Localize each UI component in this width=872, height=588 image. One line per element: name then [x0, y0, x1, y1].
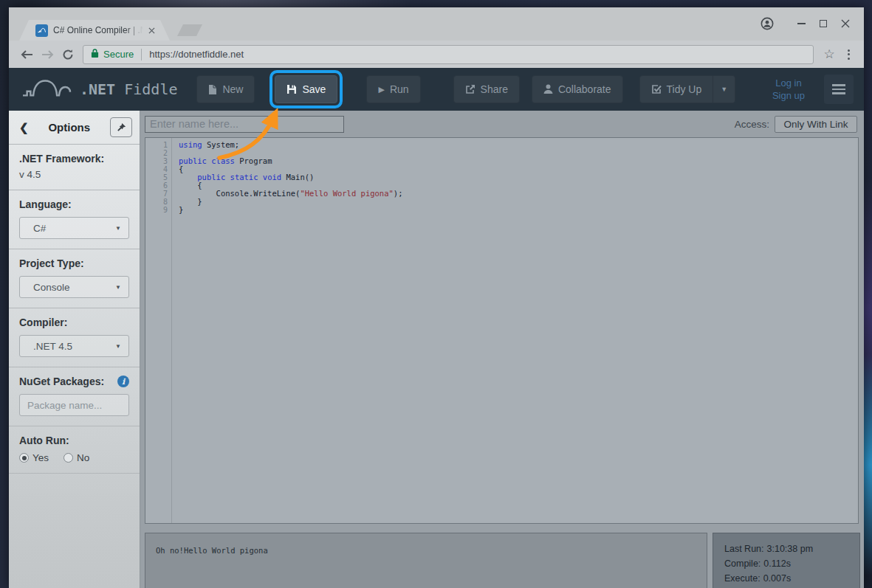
execute-stat: Execute:0.007s	[724, 571, 859, 586]
radio-selected-icon	[19, 453, 29, 463]
framework-value: v 4.5	[19, 169, 129, 180]
language-section: Language: C# ▼	[9, 190, 140, 249]
code-editor[interactable]: 123456789 using System; public class Pro…	[145, 137, 859, 524]
pin-icon[interactable]	[110, 117, 132, 137]
play-icon: ▶	[378, 85, 384, 94]
signup-link[interactable]: Sign up	[772, 89, 805, 102]
nuget-label: NuGet Packages:	[19, 376, 104, 387]
new-button[interactable]: New	[196, 75, 255, 103]
browser-window: C# Online Compiler | .NE	[9, 7, 864, 588]
share-button[interactable]: Share	[453, 75, 520, 103]
lock-icon	[91, 48, 99, 61]
options-sidebar: ❮ Options .NET Framework: v 4.5 Language…	[9, 111, 140, 588]
info-icon[interactable]: i	[117, 376, 129, 387]
language-select[interactable]: C# ▼	[19, 217, 129, 239]
browser-tab[interactable]: C# Online Compiler | .NE	[19, 20, 170, 41]
collaborate-person-icon	[543, 84, 553, 94]
forward-icon[interactable]	[37, 44, 58, 65]
tidy-up-button[interactable]: Tidy Up	[639, 75, 714, 103]
select-caret-icon: ▼	[115, 225, 121, 232]
select-caret-icon: ▼	[115, 343, 121, 350]
access-select[interactable]: Only With Link	[775, 116, 857, 133]
code-lines[interactable]: using System; public class Program{ publ…	[172, 138, 858, 523]
nuget-package-input[interactable]	[19, 394, 129, 416]
profile-icon[interactable]	[756, 14, 778, 33]
framework-label: .NET Framework:	[19, 153, 129, 165]
url-text: https://dotnetfiddle.net	[149, 49, 244, 60]
collapse-chevron-icon[interactable]: ❮	[19, 121, 29, 134]
back-icon[interactable]	[16, 44, 37, 65]
framework-section: .NET Framework: v 4.5	[9, 145, 140, 190]
tidy-up-dropdown-button[interactable]: ▼	[713, 75, 735, 103]
hamburger-menu-icon[interactable]	[824, 75, 854, 104]
bookmark-star-icon[interactable]: ☆	[820, 45, 839, 64]
tab-title: C# Online Compiler | .NE	[53, 25, 143, 35]
project-type-label: Project Type:	[19, 257, 129, 269]
project-type-select[interactable]: Console ▼	[19, 276, 129, 298]
sidebar-title: Options	[29, 121, 110, 134]
compile-stat: Compile:0.112s	[724, 556, 859, 571]
dotnetfiddle-favicon-icon	[35, 24, 48, 37]
editor-pane: Access: Only With Link 123456789 using S…	[140, 111, 864, 588]
language-label: Language:	[19, 198, 129, 210]
login-link[interactable]: Log in	[772, 77, 805, 89]
browser-titlebar: C# Online Compiler | .NE	[9, 7, 864, 41]
address-bar[interactable]: Secure https://dotnetfiddle.net	[83, 45, 814, 64]
project-type-section: Project Type: Console ▼	[9, 249, 140, 308]
tidy-up-check-icon	[651, 84, 662, 94]
access-label: Access:	[735, 119, 769, 130]
new-file-icon	[208, 84, 217, 95]
window-maximize-button[interactable]	[812, 14, 834, 33]
run-button[interactable]: ▶ Run	[366, 75, 420, 103]
auto-run-no-radio[interactable]: No	[63, 452, 89, 463]
new-tab-button[interactable]	[177, 24, 202, 36]
secure-label: Secure	[103, 49, 134, 60]
save-highlight-ring: Save	[270, 70, 343, 108]
browser-menu-icon[interactable]	[840, 45, 856, 64]
compiler-section: Compiler: .NET 4.5 ▼	[9, 308, 140, 367]
refresh-icon[interactable]	[58, 44, 78, 65]
window-minimize-button[interactable]	[790, 14, 812, 33]
nuget-section: NuGet Packages: i	[9, 367, 140, 426]
gutter: 123456789	[145, 138, 172, 523]
select-caret-icon: ▼	[115, 284, 121, 291]
output-console: Oh no!Hello World pigona	[145, 533, 707, 588]
dotnetfiddle-logo-icon	[21, 76, 72, 103]
last-run-stat: Last Run:3:10:38 pm	[724, 542, 859, 556]
url-separator	[141, 49, 142, 60]
share-icon	[465, 84, 476, 94]
auto-run-section: Auto Run: Yes No	[9, 426, 140, 474]
caret-down-icon: ▼	[721, 86, 727, 93]
auto-run-yes-radio[interactable]: Yes	[19, 452, 49, 463]
auth-links: Log in Sign up	[772, 77, 805, 102]
save-button[interactable]: Save	[275, 75, 337, 103]
run-stats-panel: Last Run:3:10:38 pm Compile:0.112s Execu…	[713, 533, 860, 588]
tab-close-icon[interactable]	[146, 25, 157, 35]
compiler-select[interactable]: .NET 4.5 ▼	[19, 335, 129, 357]
compiler-label: Compiler:	[19, 317, 129, 328]
browser-toolbar: Secure https://dotnetfiddle.net ☆	[9, 41, 864, 68]
fiddle-name-input[interactable]	[145, 116, 344, 133]
brand-title: .NET Fiddle	[80, 80, 177, 98]
auto-run-label: Auto Run:	[19, 435, 129, 446]
console-output-text: Oh no!Hello World pigona	[156, 546, 268, 555]
collaborate-button[interactable]: Collaborate	[532, 75, 623, 103]
radio-unselected-icon	[63, 453, 73, 463]
save-floppy-icon	[286, 84, 297, 94]
site-header: .NET Fiddle New Save	[9, 68, 864, 111]
window-close-button[interactable]	[834, 14, 856, 33]
